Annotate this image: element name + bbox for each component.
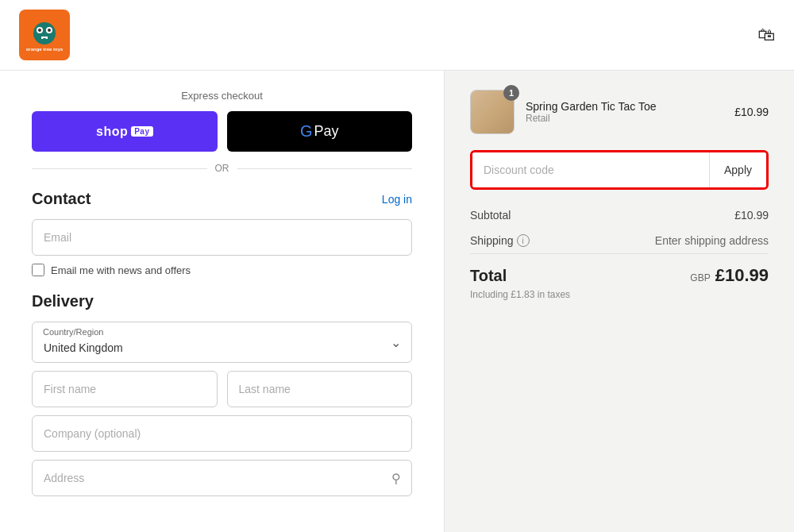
newsletter-checkbox[interactable] (32, 264, 44, 276)
item-sub: Retail (526, 113, 723, 124)
delivery-title: Delivery (32, 292, 412, 310)
shipping-info: Shipping i (470, 234, 530, 247)
address-wrapper: ⚲ (32, 460, 412, 496)
shipping-label: Shipping (470, 234, 514, 247)
company-field[interactable] (32, 415, 412, 452)
contact-title: Contact (32, 190, 91, 208)
country-select-wrapper: Country/Region United Kingdom United Sta… (32, 322, 412, 363)
name-row (32, 371, 412, 415)
item-info: Spring Garden Tic Tac Toe Retail (526, 100, 723, 124)
or-label: OR (215, 163, 229, 174)
logo: orange tree toys (19, 10, 70, 60)
search-icon: ⚲ (391, 471, 401, 486)
subtotal-label: Subtotal (470, 209, 511, 222)
svg-rect-6 (43, 38, 46, 43)
shipping-row: Shipping i Enter shipping address (470, 228, 769, 254)
item-badge: 1 (503, 85, 519, 101)
gpay-button[interactable]: G Pay (227, 111, 413, 152)
discount-code-input[interactable] (472, 152, 709, 187)
shop-pay-badge: Pay (131, 126, 152, 137)
item-image-wrapper: 1 (470, 90, 515, 134)
newsletter-row: Email me with news and offers (32, 264, 412, 276)
left-panel: Express checkout shop Pay G Pay OR Conta… (0, 71, 445, 532)
total-row: Total GBP £10.99 (470, 254, 769, 289)
shipping-value: Enter shipping address (655, 234, 769, 247)
item-name: Spring Garden Tic Tac Toe (526, 100, 723, 113)
shop-pay-text: shop (96, 125, 128, 139)
total-amount: GBP £10.99 (690, 265, 769, 286)
main-layout: Express checkout shop Pay G Pay OR Conta… (0, 71, 794, 532)
email-field[interactable] (32, 219, 412, 256)
shop-pay-button[interactable]: shop Pay (32, 111, 218, 152)
discount-code-box: Apply (470, 150, 769, 190)
or-divider: OR (32, 163, 412, 174)
svg-point-4 (48, 29, 51, 32)
total-currency: GBP (690, 272, 710, 283)
cart-icon[interactable]: 🛍 (757, 25, 775, 45)
total-value: £10.99 (715, 265, 769, 286)
order-item: 1 Spring Garden Tic Tac Toe Retail £10.9… (470, 90, 769, 134)
svg-text:orange tree toys: orange tree toys (26, 47, 64, 52)
express-checkout-label: Express checkout (32, 90, 412, 102)
svg-rect-7 (41, 37, 43, 39)
header: orange tree toys 🛍 (0, 0, 794, 71)
item-price: £10.99 (734, 106, 769, 118)
right-panel: 1 Spring Garden Tic Tac Toe Retail £10.9… (445, 71, 794, 532)
address-field[interactable] (32, 460, 412, 496)
subtotal-row: Subtotal £10.99 (470, 202, 769, 228)
last-name-field[interactable] (227, 371, 413, 407)
log-in-link[interactable]: Log in (382, 193, 412, 206)
total-label: Total (470, 267, 507, 285)
newsletter-label[interactable]: Email me with news and offers (51, 264, 191, 276)
apply-button[interactable]: Apply (709, 152, 766, 187)
express-buttons: shop Pay G Pay (32, 111, 412, 152)
info-icon[interactable]: i (517, 234, 530, 247)
svg-rect-8 (46, 37, 48, 39)
contact-section-header: Contact Log in (32, 190, 412, 208)
subtotal-value: £10.99 (734, 209, 769, 222)
tax-note: Including £1.83 in taxes (470, 289, 769, 300)
svg-point-3 (38, 29, 41, 32)
first-name-field[interactable] (32, 371, 218, 407)
country-select[interactable]: United Kingdom United States Australia C… (32, 322, 412, 363)
